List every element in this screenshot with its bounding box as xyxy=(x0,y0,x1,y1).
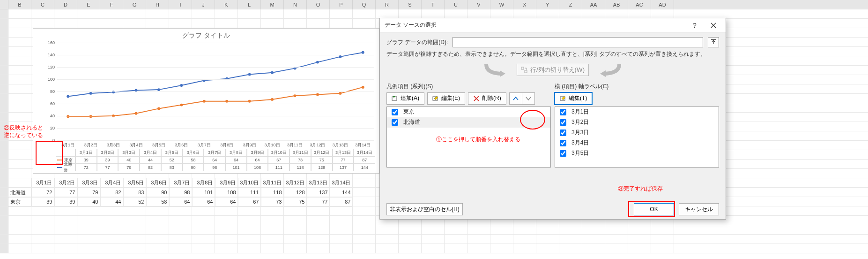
cell[interactable] xyxy=(123,225,146,234)
cell[interactable] xyxy=(215,19,238,28)
column-header[interactable]: E xyxy=(77,0,100,9)
cell[interactable] xyxy=(146,216,169,225)
row-header[interactable] xyxy=(0,113,8,122)
cell[interactable] xyxy=(582,235,605,244)
sheet-date-header[interactable]: 3月4日 xyxy=(100,178,123,188)
sheet-date-header[interactable]: 3月1日 xyxy=(31,178,54,188)
cell[interactable] xyxy=(54,244,77,253)
cell[interactable] xyxy=(215,235,238,244)
cell[interactable] xyxy=(330,206,353,215)
sheet-date-header[interactable]: 3月6日 xyxy=(146,178,169,188)
cell[interactable] xyxy=(422,9,445,18)
cell[interactable] xyxy=(215,216,238,225)
cell[interactable] xyxy=(467,235,490,244)
cell[interactable] xyxy=(445,244,467,253)
cell[interactable] xyxy=(399,225,422,234)
cell[interactable] xyxy=(307,9,330,18)
column-header[interactable]: L xyxy=(238,0,261,9)
cell[interactable] xyxy=(100,19,123,28)
sheet-date-header[interactable]: 3月8日 xyxy=(192,178,215,188)
cell[interactable] xyxy=(215,225,238,234)
cell[interactable] xyxy=(536,235,559,244)
cell[interactable] xyxy=(192,235,215,244)
cell[interactable] xyxy=(238,216,261,225)
cell[interactable] xyxy=(54,216,77,225)
row-header[interactable] xyxy=(0,19,8,28)
cell[interactable] xyxy=(330,19,353,28)
cell[interactable] xyxy=(490,244,513,253)
sheet-cell[interactable]: 90 xyxy=(146,188,169,197)
cell[interactable] xyxy=(330,9,353,18)
sheet-cell[interactable]: 44 xyxy=(100,197,123,206)
cell[interactable] xyxy=(651,9,674,18)
column-header[interactable]: P xyxy=(330,0,353,9)
cell[interactable] xyxy=(169,19,192,28)
cell[interactable] xyxy=(261,206,284,215)
cell[interactable] xyxy=(8,9,31,18)
row-header[interactable] xyxy=(0,178,8,187)
cell[interactable] xyxy=(284,19,307,28)
column-header[interactable]: Q xyxy=(353,0,376,9)
cell[interactable] xyxy=(284,9,307,18)
cell[interactable] xyxy=(307,235,330,244)
cell[interactable] xyxy=(169,244,192,253)
cell[interactable] xyxy=(284,235,307,244)
ok-button[interactable]: OK xyxy=(634,203,674,215)
cell[interactable] xyxy=(8,131,31,140)
row-header[interactable] xyxy=(0,206,8,215)
add-series-button[interactable]: 追加(A) xyxy=(386,92,424,105)
sheet-cell[interactable]: 77 xyxy=(307,197,330,206)
row-header[interactable] xyxy=(0,188,8,197)
cell[interactable] xyxy=(77,235,100,244)
column-header[interactable]: S xyxy=(399,0,422,9)
sheet-cell[interactable]: 58 xyxy=(146,197,169,206)
cell[interactable] xyxy=(215,206,238,215)
cell[interactable] xyxy=(192,225,215,234)
row-header[interactable] xyxy=(0,131,8,140)
cell[interactable] xyxy=(536,9,559,18)
edit-series-button[interactable]: 編集(E) xyxy=(427,92,465,105)
axis-checkbox[interactable] xyxy=(560,109,566,115)
cell[interactable] xyxy=(8,56,31,65)
axis-checkbox[interactable] xyxy=(560,130,566,136)
move-up-button[interactable] xyxy=(509,92,522,105)
cell[interactable] xyxy=(192,19,215,28)
cell[interactable] xyxy=(582,225,605,234)
cell[interactable] xyxy=(31,244,54,253)
row-header[interactable] xyxy=(0,169,8,178)
sheet-date-header[interactable]: 3月9日 xyxy=(215,178,238,188)
chart-object[interactable]: グラフ タイトル 0204060801001201401603月1日3月2日3月… xyxy=(33,28,379,174)
cell[interactable] xyxy=(445,235,467,244)
column-header[interactable]: D xyxy=(54,0,77,9)
series-item[interactable]: 北海道 xyxy=(387,117,550,128)
sheet-date-header[interactable]: 3月13日 xyxy=(307,178,330,188)
cell[interactable] xyxy=(490,9,513,18)
cell[interactable] xyxy=(238,225,261,234)
row-header[interactable] xyxy=(0,160,8,168)
cell[interactable] xyxy=(376,225,399,234)
cell[interactable] xyxy=(8,150,31,159)
cell[interactable] xyxy=(77,206,100,215)
cell[interactable] xyxy=(215,9,238,18)
sheet-row-label[interactable]: 北海道 xyxy=(8,188,31,197)
sheet-cell[interactable]: 52 xyxy=(123,197,146,206)
cell[interactable] xyxy=(192,244,215,253)
row-header[interactable] xyxy=(0,28,8,37)
cell[interactable] xyxy=(100,225,123,234)
row-header[interactable] xyxy=(0,122,8,131)
cell[interactable] xyxy=(8,66,31,75)
cell[interactable] xyxy=(8,169,31,178)
sheet-cell[interactable]: 98 xyxy=(169,188,192,197)
cell[interactable] xyxy=(284,244,307,253)
row-header[interactable] xyxy=(0,38,8,46)
cell[interactable] xyxy=(100,235,123,244)
cell[interactable] xyxy=(8,122,31,131)
cell[interactable] xyxy=(422,244,445,253)
sheet-date-header[interactable]: 3月2日 xyxy=(54,178,77,188)
cell[interactable] xyxy=(123,216,146,225)
cell[interactable] xyxy=(330,225,353,234)
cell[interactable] xyxy=(651,244,674,253)
axis-listbox[interactable]: 3月1日3月2日3月3日3月4日3月5日 xyxy=(555,107,719,168)
cell[interactable] xyxy=(77,19,100,28)
sheet-cell[interactable]: 128 xyxy=(284,188,307,197)
